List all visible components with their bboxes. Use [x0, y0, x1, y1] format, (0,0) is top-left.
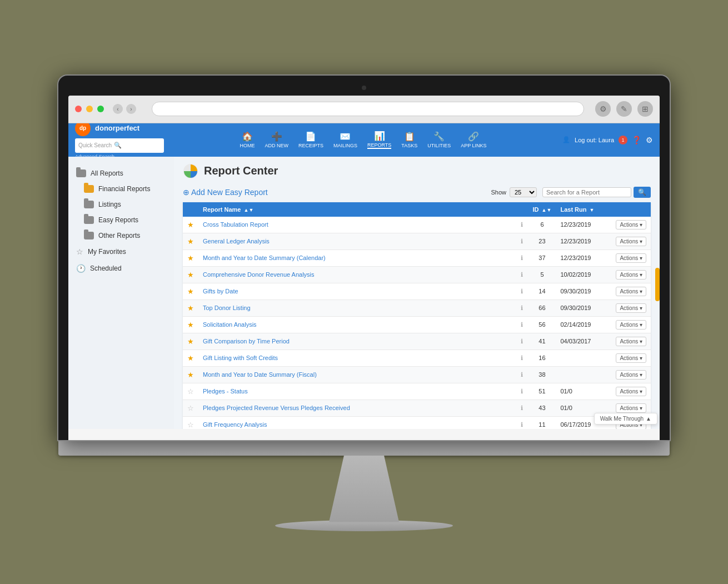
sidebar-item-easy-reports[interactable]: Easy Reports [68, 212, 174, 228]
star-cell[interactable]: ★ [183, 366, 198, 383]
nav-reports[interactable]: 📊 REPORTS [367, 131, 391, 149]
info-cell[interactable]: ℹ [515, 383, 528, 400]
nav-utilities[interactable]: 🔧 UTILITIES [427, 131, 451, 148]
report-name-cell[interactable]: Pledges Projected Revenue Versus Pledges… [198, 400, 515, 416]
minimize-btn[interactable] [86, 106, 93, 112]
info-cell[interactable]: ℹ [515, 249, 528, 266]
actions-cell[interactable]: Actions ▾ [611, 350, 651, 366]
actions-button[interactable]: Actions ▾ [616, 287, 646, 296]
sidebar-item-my-favorites[interactable]: ☆ My Favorites [68, 243, 174, 260]
browser-icon[interactable]: ⚙ [595, 101, 611, 117]
star-cell[interactable]: ★ [183, 316, 198, 333]
report-name-cell[interactable]: Month and Year to Date Summary (Fiscal) [198, 366, 515, 383]
report-name-cell[interactable]: Gift Frequency Analysis [198, 416, 515, 429]
star-cell[interactable]: ★ [183, 350, 198, 366]
browser-icon2[interactable]: ✎ [616, 101, 632, 117]
actions-button[interactable]: Actions ▾ [616, 253, 646, 263]
info-cell[interactable]: ℹ [515, 350, 528, 366]
sidebar-item-listings[interactable]: Listings [68, 197, 174, 212]
col-last-run[interactable]: Last Run ▼ [556, 202, 611, 217]
report-name-cell[interactable]: Gift Comparison by Time Period [198, 333, 515, 350]
settings-icon[interactable]: ⚙ [646, 136, 653, 144]
nav-receipts[interactable]: 📄 RECEIPTS [298, 131, 323, 148]
actions-cell[interactable]: Actions ▾ [611, 283, 651, 300]
star-cell[interactable]: ☆ [183, 416, 198, 429]
col-report-name[interactable]: Report Name ▲▼ [198, 202, 515, 217]
report-name-cell[interactable]: Gifts by Date [198, 283, 515, 300]
actions-cell[interactable]: Actions ▾ [611, 266, 651, 283]
nav-app-links[interactable]: 🔗 APP LINKS [461, 131, 486, 148]
report-name-cell[interactable]: Pledges - Status [198, 383, 515, 400]
info-cell[interactable]: ℹ [515, 233, 528, 249]
info-cell[interactable]: ℹ [515, 283, 528, 300]
actions-button[interactable]: Actions ▾ [616, 353, 646, 363]
walk-me-through-panel[interactable]: Walk Me Through ▲ [594, 413, 657, 425]
search-report-input[interactable] [542, 187, 631, 197]
maximize-btn[interactable] [97, 106, 104, 112]
forward-btn[interactable]: › [126, 104, 136, 114]
info-cell[interactable]: ℹ [515, 400, 528, 416]
nav-tasks[interactable]: 📋 TASKS [401, 131, 417, 148]
star-cell[interactable]: ★ [183, 333, 198, 350]
info-cell[interactable]: ℹ [515, 366, 528, 383]
sidebar-item-scheduled[interactable]: 🕐 Scheduled [68, 260, 174, 277]
close-btn[interactable] [75, 106, 82, 112]
address-bar[interactable] [152, 102, 584, 116]
nav-add-new[interactable]: ➕ ADD NEW [265, 131, 288, 148]
actions-cell[interactable]: Actions ▾ [611, 217, 651, 233]
nav-mailings[interactable]: ✉️ MAILINGS [333, 131, 357, 148]
star-cell[interactable]: ★ [183, 283, 198, 300]
star-cell[interactable]: ★ [183, 233, 198, 249]
info-cell[interactable]: ℹ [515, 333, 528, 350]
add-easy-report-button[interactable]: ⊕ Add New Easy Report [183, 188, 268, 197]
sidebar-item-other-reports[interactable]: Other Reports [68, 228, 174, 243]
actions-button[interactable]: Actions ▾ [616, 370, 646, 380]
back-btn[interactable]: ‹ [113, 104, 123, 114]
report-name-cell[interactable]: Cross Tabulation Report [198, 217, 515, 233]
star-cell[interactable]: ☆ [183, 400, 198, 416]
actions-button[interactable]: Actions ▾ [616, 237, 646, 246]
nav-home[interactable]: 🏠 HOME [240, 131, 255, 148]
search-icon[interactable]: 🔍 [114, 142, 122, 149]
actions-button[interactable]: Actions ▾ [616, 303, 646, 313]
report-name-cell[interactable]: Month and Year to Date Summary (Calendar… [198, 249, 515, 266]
user-label[interactable]: Log out: Laura [575, 137, 614, 143]
actions-cell[interactable]: Actions ▾ [611, 333, 651, 350]
info-cell[interactable]: ℹ [515, 416, 528, 429]
report-name-cell[interactable]: Top Donor Listing [198, 300, 515, 316]
browser-icon3[interactable]: ⊞ [637, 101, 653, 117]
actions-cell[interactable]: Actions ▾ [611, 383, 651, 400]
actions-button[interactable]: Actions ▾ [616, 220, 646, 229]
report-name-cell[interactable]: General Ledger Analysis [198, 233, 515, 249]
report-name-cell[interactable]: Gift Listing with Soft Credits [198, 350, 515, 366]
actions-button[interactable]: Actions ▾ [616, 337, 646, 346]
actions-cell[interactable]: Actions ▾ [611, 316, 651, 333]
quick-search-input[interactable]: Quick Search 🔍 [75, 138, 164, 153]
star-cell[interactable]: ★ [183, 217, 198, 233]
help-icon[interactable]: ❓ [632, 136, 641, 144]
star-cell[interactable]: ★ [183, 300, 198, 316]
sidebar-item-financial-reports[interactable]: Financial Reports [68, 181, 174, 197]
actions-cell[interactable]: Actions ▾ [611, 366, 651, 383]
show-count-select[interactable]: 25 50 100 [510, 187, 537, 197]
last-run-cell: 10/02/2019 [556, 266, 611, 283]
info-cell[interactable]: ℹ [515, 217, 528, 233]
sidebar-item-all-reports[interactable]: All Reports [68, 166, 174, 181]
report-name-cell[interactable]: Comprehensive Donor Revenue Analysis [198, 266, 515, 283]
actions-cell[interactable]: Actions ▾ [611, 249, 651, 266]
search-report-button[interactable]: 🔍 [634, 187, 651, 198]
star-cell[interactable]: ☆ [183, 383, 198, 400]
actions-cell[interactable]: Actions ▾ [611, 300, 651, 316]
report-name-cell[interactable]: Solicitation Analysis [198, 316, 515, 333]
star-cell[interactable]: ★ [183, 266, 198, 283]
col-id[interactable]: ID ▲▼ [528, 202, 556, 217]
actions-button[interactable]: Actions ▾ [616, 270, 646, 279]
actions-button[interactable]: Actions ▾ [616, 403, 646, 413]
info-cell[interactable]: ℹ [515, 266, 528, 283]
star-cell[interactable]: ★ [183, 249, 198, 266]
info-cell[interactable]: ℹ [515, 316, 528, 333]
actions-cell[interactable]: Actions ▾ [611, 233, 651, 249]
actions-button[interactable]: Actions ▾ [616, 387, 646, 396]
actions-button[interactable]: Actions ▾ [616, 320, 646, 330]
info-cell[interactable]: ℹ [515, 300, 528, 316]
